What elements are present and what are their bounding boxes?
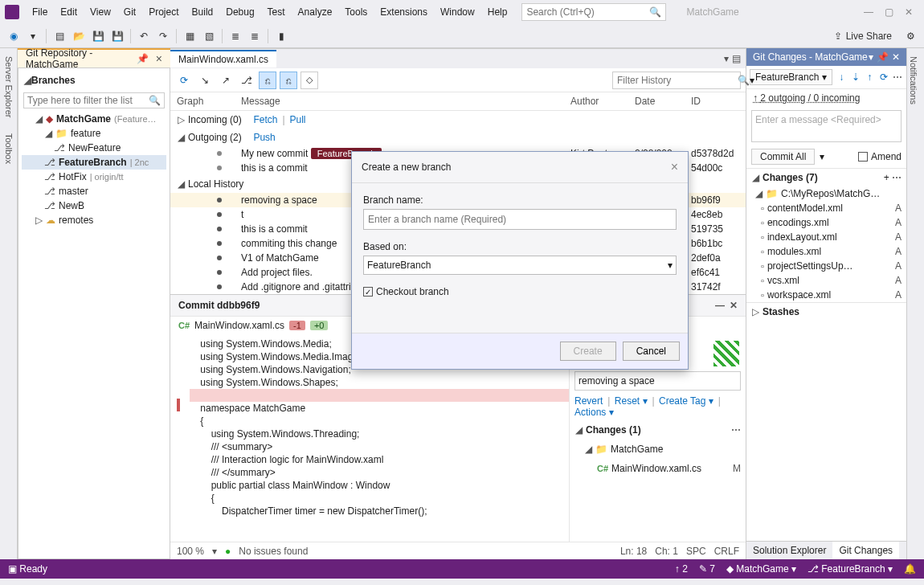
fetch-link[interactable]: Fetch bbox=[253, 114, 277, 125]
server-explorer-tab[interactable]: Server Explorer bbox=[2, 48, 15, 125]
changed-file-row[interactable]: ▫encodings.xmlA bbox=[746, 215, 906, 230]
toggle2-button[interactable]: ⎌ bbox=[280, 72, 297, 89]
reset-link[interactable]: Reset ▾ bbox=[615, 395, 648, 407]
create-button[interactable]: Create bbox=[560, 342, 616, 361]
menu-window[interactable]: Window bbox=[434, 3, 481, 21]
git-repo-tab[interactable]: Git Repository - MatchGame 📌 × bbox=[18, 48, 170, 68]
filter-history-input[interactable] bbox=[617, 75, 738, 86]
close-icon[interactable]: ✕ bbox=[892, 51, 900, 63]
solution-explorer-tab[interactable]: Solution Explorer bbox=[746, 542, 832, 559]
changes-header[interactable]: ◢Changes (1)⋯ bbox=[574, 423, 741, 437]
menu-edit[interactable]: Edit bbox=[54, 3, 84, 21]
git-changes-tab[interactable]: Git Changes bbox=[832, 542, 899, 559]
nav2-icon[interactable]: ↗ bbox=[217, 72, 235, 89]
menu-analyze[interactable]: Analyze bbox=[292, 3, 339, 21]
tool2-icon[interactable]: ▧ bbox=[200, 27, 218, 45]
status-repo[interactable]: ◆ MatchGame ▾ bbox=[726, 563, 796, 575]
commit-message-box[interactable]: removing a space bbox=[574, 371, 741, 391]
actions-link[interactable]: Actions ▾ bbox=[574, 407, 614, 418]
nav-icon[interactable]: ↘ bbox=[196, 72, 214, 89]
branch-hotfix[interactable]: ⎇HotFix | origin/tt bbox=[22, 170, 166, 184]
revert-link[interactable]: Revert bbox=[574, 395, 603, 407]
changed-file-row[interactable]: ▫vcs.xmlA bbox=[746, 273, 906, 288]
menu-file[interactable]: File bbox=[26, 3, 54, 21]
undo-icon[interactable]: ↶ bbox=[135, 27, 153, 45]
branches-header[interactable]: ◢Branches bbox=[22, 72, 166, 89]
branch-featurebranch[interactable]: ⎇FeatureBranch | 2nc bbox=[22, 155, 166, 170]
toggle1-button[interactable]: ⎌ bbox=[259, 72, 276, 89]
branch-filter[interactable]: 🔍 bbox=[23, 92, 165, 108]
outdent-icon[interactable]: ≣ bbox=[246, 27, 264, 45]
indent-icon[interactable]: ≣ bbox=[227, 27, 244, 45]
changed-file-row[interactable]: ▫indexLayout.xmlA bbox=[746, 230, 906, 244]
menu-project[interactable]: Project bbox=[142, 3, 185, 21]
save-all-icon[interactable]: 💾 bbox=[108, 27, 126, 45]
changed-file-row[interactable]: ▫workspace.xmlA bbox=[746, 288, 906, 302]
admin-icon[interactable]: ⚙ bbox=[902, 27, 919, 45]
dropdown-icon[interactable]: ▾ bbox=[750, 75, 754, 86]
push-link[interactable]: Push bbox=[253, 132, 275, 143]
sync-icon[interactable]: ⟳ bbox=[878, 71, 889, 84]
dropdown-icon[interactable]: ▾ bbox=[724, 53, 729, 64]
menu-help[interactable]: Help bbox=[481, 3, 514, 21]
menu-debug[interactable]: Debug bbox=[219, 3, 260, 21]
repo-root[interactable]: ◢◆MatchGame (Feature… bbox=[22, 112, 166, 126]
fetch-icon[interactable]: ↓ bbox=[836, 71, 847, 84]
pull-icon[interactable]: ⇣ bbox=[850, 71, 861, 84]
push-icon[interactable]: ↑ bbox=[864, 71, 875, 84]
changed-file-row[interactable]: ▫projectSettingsUp…A bbox=[746, 259, 906, 273]
incoming-group[interactable]: ▷Incoming (0) Fetch|Pull bbox=[170, 111, 746, 129]
changes-section[interactable]: ◢Changes (7)+ ⋯ bbox=[746, 168, 906, 186]
more-icon[interactable]: ⋯ bbox=[892, 71, 903, 84]
changed-file-row[interactable]: ▫modules.xmlA bbox=[746, 244, 906, 259]
toolbox-tab[interactable]: Toolbox bbox=[2, 125, 15, 172]
menu-extensions[interactable]: Extensions bbox=[374, 3, 434, 21]
branch-name-input[interactable] bbox=[363, 209, 677, 230]
notifications-tab[interactable]: Notifications bbox=[907, 48, 920, 112]
dialog-close-icon[interactable]: × bbox=[671, 160, 678, 174]
commit-message-input[interactable]: Enter a message <Required> bbox=[751, 110, 902, 142]
open-icon[interactable]: 📂 bbox=[70, 27, 88, 45]
menu-tools[interactable]: Tools bbox=[338, 3, 374, 21]
based-on-select[interactable]: FeatureBranch▾ bbox=[363, 256, 677, 275]
create-tag-link[interactable]: Create Tag ▾ bbox=[659, 395, 713, 407]
new-item-icon[interactable]: ▤ bbox=[51, 27, 68, 45]
toggle3-button[interactable]: ◇ bbox=[301, 72, 318, 89]
maximize-icon[interactable]: ▢ bbox=[885, 6, 893, 18]
status-branch[interactable]: ⎇ FeatureBranch ▾ bbox=[807, 563, 893, 575]
menu-build[interactable]: Build bbox=[186, 3, 220, 21]
branch-newfeature[interactable]: ⎇NewFeature bbox=[22, 141, 166, 155]
save-icon[interactable]: 💾 bbox=[89, 27, 107, 45]
amend-checkbox[interactable]: Amend bbox=[858, 151, 902, 162]
commit-all-button[interactable]: Commit All bbox=[751, 149, 815, 165]
branch-selector[interactable]: FeatureBranch ▾ bbox=[750, 69, 832, 85]
branch-newb[interactable]: ⎇NewB bbox=[22, 198, 166, 213]
pull-link[interactable]: Pull bbox=[290, 114, 306, 125]
live-share-button[interactable]: ⇪ Live Share bbox=[826, 31, 900, 42]
checkout-branch-checkbox[interactable]: ✓Checkout branch bbox=[363, 286, 677, 297]
file-tab-mainwindow[interactable]: MainWindow.xaml.cs bbox=[170, 50, 276, 68]
search-input[interactable] bbox=[526, 6, 649, 18]
cancel-button[interactable]: Cancel bbox=[623, 342, 680, 361]
redo-icon[interactable]: ↷ bbox=[154, 27, 172, 45]
window-menu-icon[interactable]: ▤ bbox=[732, 53, 741, 64]
branch-graph-icon[interactable]: ⎇ bbox=[238, 72, 256, 89]
branch-filter-input[interactable] bbox=[27, 95, 149, 106]
filter-history[interactable]: 🔍▾ bbox=[612, 72, 741, 89]
feature-folder[interactable]: ◢📁feature bbox=[22, 126, 166, 141]
dropdown-icon[interactable]: ▾ bbox=[869, 51, 873, 63]
bookmark-icon[interactable]: ▮ bbox=[272, 27, 290, 45]
nav-back-icon[interactable]: ◉ bbox=[5, 27, 22, 45]
minimize-icon[interactable]: — bbox=[864, 6, 873, 18]
close-icon[interactable]: ✕ bbox=[730, 300, 738, 311]
changes-count[interactable]: ✎ 7 bbox=[699, 563, 715, 575]
close-icon[interactable]: ✕ bbox=[905, 6, 913, 18]
menu-test[interactable]: Test bbox=[261, 3, 292, 21]
menu-git[interactable]: Git bbox=[117, 3, 142, 21]
dropdown-icon[interactable]: ▾ bbox=[24, 27, 42, 45]
pin-icon[interactable]: — bbox=[715, 300, 725, 311]
sync-link[interactable]: ↑ 2 outgoing / 0 incoming bbox=[746, 89, 906, 107]
outgoing-group[interactable]: ◢Outgoing (2) Push bbox=[170, 129, 746, 146]
notifications-icon[interactable]: 🔔 bbox=[904, 563, 916, 575]
branch-master[interactable]: ⎇master bbox=[22, 184, 166, 198]
